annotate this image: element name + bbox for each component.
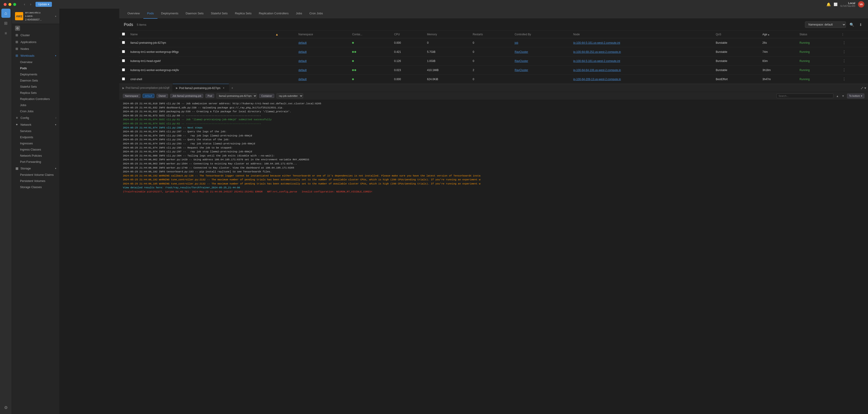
namespace-value-badge[interactable]: default (143, 94, 154, 98)
col-cpu[interactable]: CPU (392, 31, 425, 38)
sidebar-item-replication-controllers[interactable]: Replication Controllers (12, 96, 59, 102)
sidebar-network-header[interactable]: ✦ Network ▾ (12, 121, 59, 128)
avatar[interactable]: VA (858, 1, 864, 7)
close-button[interactable] (4, 3, 7, 6)
sidebar-item-services[interactable]: Services (12, 128, 59, 134)
terminal-tab-0[interactable]: ▶ Pod llama2-precompilation-job-b2qlf (119, 84, 173, 92)
list-icon-button[interactable]: ≡ (1, 29, 10, 38)
select-all-checkbox[interactable] (122, 33, 125, 35)
sidebar-item-overview[interactable]: Overview (12, 59, 59, 65)
cluster-selector[interactable]: AW2 arn:aws:eks:u s-west- 2:464566837...… (12, 9, 59, 24)
update-button[interactable]: Update ▾ (35, 2, 52, 7)
namespace-link[interactable]: default (298, 50, 307, 54)
sidebar-item-nodes[interactable]: ⊞ Nodes (12, 45, 59, 52)
bell-icon[interactable]: 🔔 (826, 2, 831, 7)
terminal-tab-add-button[interactable]: + (229, 86, 236, 90)
sidebar-item-port-forwarding[interactable]: Port Forwarding (12, 159, 59, 165)
maximize-button[interactable] (13, 3, 16, 6)
namespace-link[interactable]: default (298, 68, 307, 72)
sidebar-workloads-header[interactable]: ⊞ Workloads ▾ (12, 52, 59, 59)
sidebar-item-daemon-sets[interactable]: Daemon Sets (12, 78, 59, 84)
sidebar-item-jobs[interactable]: Jobs (12, 102, 59, 108)
row-checkbox[interactable] (122, 50, 125, 53)
col-namespace[interactable]: Namespace (296, 31, 349, 38)
namespace-link[interactable]: default (298, 59, 307, 63)
node-link[interactable]: ip-100-64-5-161.us-west-2.compute.int (573, 41, 620, 45)
pod-more-button[interactable]: ⋮ (841, 49, 847, 54)
sidebar-item-ingresses[interactable]: Ingresses (12, 140, 59, 146)
namespace-link[interactable]: default (298, 78, 307, 81)
col-containers[interactable]: Contai... (349, 31, 391, 38)
tab-overview[interactable]: Overview (124, 9, 144, 19)
controlled-by-link[interactable]: RayCluster (515, 68, 528, 72)
row-checkbox[interactable] (122, 41, 125, 44)
grid-icon-button[interactable]: ⊞ (1, 19, 10, 28)
container-selector[interactable]: ray-job-submitter (277, 93, 303, 98)
node-link[interactable]: ip-100-64-5-161.us-west-2.compute.int (573, 59, 620, 63)
col-age[interactable]: Age ▴ (760, 31, 797, 38)
terminal-tab-1-close-icon[interactable]: × (222, 86, 225, 90)
col-qos[interactable]: QoS (713, 31, 760, 38)
controlled-by-link[interactable]: RayCluster (515, 59, 528, 63)
tab-pods[interactable]: Pods (144, 9, 157, 19)
search-up-button[interactable]: ▴ (836, 94, 839, 98)
sidebar-item-network-policies[interactable]: Network Policies (12, 153, 59, 159)
tab-cron-jobs[interactable]: Cron Jobs (306, 9, 327, 19)
sidebar-item-pv[interactable]: Persistent Volumes (12, 178, 59, 184)
sidebar-storage-header[interactable]: ▦ Storage ▾ (12, 165, 59, 172)
sidebar-item-ingress-classes[interactable]: Ingress Classes (12, 146, 59, 153)
sidebar-item-cluster[interactable]: ⊞ Cluster (12, 32, 59, 38)
node-link[interactable]: ip-100-64-64-106.us-west-2.compute.in (573, 68, 621, 72)
col-controlled-by[interactable]: Controlled By (512, 31, 570, 38)
col-status[interactable]: Status (797, 31, 839, 38)
pod-selector[interactable]: llama2-pretraining-job-827qm (216, 93, 257, 98)
sidebar-item-pvc[interactable]: Persistent Volume Claims (12, 172, 59, 178)
screen-icon[interactable]: ⬜ (834, 2, 837, 6)
node-link[interactable]: ip-100-64-209-13.us-west-2.compute.in (573, 78, 621, 81)
terminal-search-input[interactable] (776, 94, 833, 98)
download-button[interactable]: ⬇ (858, 22, 863, 28)
tab-stateful-sets[interactable]: Stateful Sets (207, 9, 231, 19)
job-badge[interactable]: Job llama2-pretraining-job (170, 94, 203, 98)
row-checkbox[interactable] (122, 78, 125, 80)
col-restarts[interactable]: Restarts (470, 31, 512, 38)
tab-replication-controllers[interactable]: Replication Controllers (255, 9, 292, 19)
row-checkbox[interactable] (122, 59, 125, 62)
controlled-by-link[interactable]: job (515, 41, 518, 45)
col-node[interactable]: Node (570, 31, 713, 38)
controlled-by-link[interactable]: RayCluster (515, 50, 528, 54)
sidebar-item-stateful-sets[interactable]: Stateful Sets (12, 84, 59, 90)
search-down-button[interactable]: ▾ (841, 94, 845, 98)
terminal-output[interactable]: 2024-05-25 21:44:01,010 INFO cli.py:36 -… (119, 100, 868, 414)
sidebar-item-endpoints[interactable]: Endpoints (12, 134, 59, 140)
tab-replica-sets[interactable]: Replica Sets (231, 9, 255, 19)
minimize-button[interactable] (8, 3, 11, 6)
sidebar-config-header[interactable]: ≡ Config › (12, 114, 59, 121)
sidebar-item-replica-sets[interactable]: Replica Sets (12, 90, 59, 96)
node-link[interactable]: ip-100-64-68-252.us-west-2.compute.in (573, 50, 621, 54)
tab-deployments[interactable]: Deployments (157, 9, 182, 19)
home-icon-button[interactable]: ⌂ (1, 9, 10, 18)
pod-more-button[interactable]: ⋮ (841, 67, 847, 72)
pod-more-button[interactable]: ⋮ (841, 40, 847, 45)
pod-more-button[interactable]: ⋮ (841, 58, 847, 63)
col-name[interactable]: Name (128, 31, 273, 38)
sidebar-item-applications[interactable]: ⊞ Applications (12, 38, 59, 45)
sidebar-item-cron-jobs[interactable]: Cron Jobs (12, 108, 59, 114)
terminal-tab-1[interactable]: ▶ Pod llama2-pretraining-job-827qm × (173, 84, 229, 92)
pod-more-button[interactable]: ⋮ (841, 77, 847, 82)
to-bottom-button[interactable]: To bottom ▾ (847, 94, 864, 98)
row-checkbox[interactable] (122, 68, 125, 71)
sidebar-item-pods[interactable]: Pods (12, 65, 59, 71)
search-button[interactable]: 🔍 (848, 22, 856, 28)
terminal-expand-button[interactable]: ⤢ ▾ (861, 86, 868, 90)
sidebar-gear-icon[interactable]: ⚙ (15, 26, 20, 31)
col-memory[interactable]: Memory (425, 31, 470, 38)
sidebar-item-storage-classes[interactable]: Storage Classes (12, 184, 59, 190)
namespace-selector[interactable]: Namespace: default (805, 21, 846, 28)
forward-button[interactable]: › (28, 1, 33, 7)
namespace-link[interactable]: default (298, 41, 307, 45)
tab-jobs[interactable]: Jobs (292, 9, 306, 19)
back-button[interactable]: ‹ (22, 1, 27, 7)
sidebar-item-deployments[interactable]: Deployments (12, 71, 59, 78)
